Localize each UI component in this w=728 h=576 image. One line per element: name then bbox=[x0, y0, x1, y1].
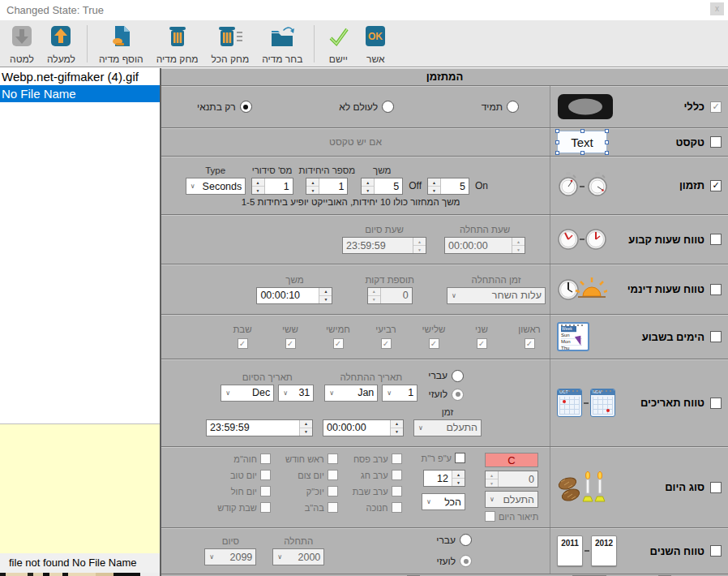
tuesday-checkbox[interactable] bbox=[429, 338, 439, 349]
years-gregorian-option[interactable]: לועזי bbox=[436, 555, 472, 567]
duration-caption: משך bbox=[373, 165, 391, 175]
day-desc-option[interactable]: תיאור היום bbox=[485, 511, 538, 522]
scheduler-panel: המתזמן כללי תמיד לעולם לא bbox=[160, 68, 728, 576]
years-hebrew-option[interactable]: עברי bbox=[436, 534, 472, 546]
general-label: כללי bbox=[683, 101, 704, 113]
start-day-combo[interactable]: ∨1 bbox=[382, 385, 418, 402]
start-hour-field[interactable]: 00:00:00 ▲▼ bbox=[444, 237, 525, 254]
timing-checkbox[interactable] bbox=[710, 180, 722, 191]
date-range-checkbox[interactable] bbox=[710, 398, 722, 409]
check-chanukah[interactable]: חנוכה bbox=[366, 502, 401, 513]
end-year-combo[interactable]: ∨2099 bbox=[204, 548, 256, 565]
check-rosh-chodesh[interactable]: ראש חודש bbox=[285, 453, 338, 464]
check-shabbat-kodesh[interactable]: שבת קודש bbox=[217, 502, 271, 513]
dynamic-hours-checkbox[interactable] bbox=[710, 284, 722, 295]
years-range-checkbox[interactable] bbox=[710, 545, 722, 557]
date-start-time-field[interactable]: 00:00:00 ▲▼ bbox=[323, 419, 404, 436]
c-indicator-field[interactable]: C bbox=[485, 453, 538, 467]
toolbar-separator bbox=[87, 25, 88, 62]
move-down-button[interactable]: למטה bbox=[3, 21, 41, 67]
check-fast-day[interactable]: יום צום bbox=[298, 470, 338, 480]
end-month-combo[interactable]: ∨Dec bbox=[221, 385, 274, 402]
date-hebrew-option[interactable]: עברי bbox=[428, 370, 464, 382]
check-erev-chag[interactable]: ערב חג bbox=[361, 470, 401, 480]
day-type-label: סוג היום bbox=[665, 481, 704, 493]
fixed-hours-checkbox[interactable] bbox=[710, 234, 722, 245]
units-caption: מספר היחידות bbox=[299, 165, 356, 175]
start-month-combo[interactable]: ∨Jan bbox=[324, 385, 378, 402]
conditional-label: רק בתנאי bbox=[197, 101, 236, 113]
ignore-combo[interactable]: ∨התעלם bbox=[485, 491, 538, 508]
option-always[interactable]: תמיד bbox=[482, 101, 519, 113]
date-hebrew-radio[interactable] bbox=[452, 370, 464, 382]
apply-button[interactable]: יישם bbox=[319, 21, 357, 67]
date-range-label: טווח תאריכים bbox=[640, 397, 704, 409]
minutes-offset-spinner[interactable]: ▲▼ 0 bbox=[367, 287, 413, 304]
check-weekday[interactable]: יום חול bbox=[231, 486, 271, 496]
day-type-checkbox[interactable] bbox=[710, 482, 722, 493]
years-gregorian-radio[interactable] bbox=[460, 555, 472, 567]
option-conditional[interactable]: רק בתנאי bbox=[197, 101, 252, 113]
file-list[interactable]: Webp.net-gifmaker (4).gif No File Name bbox=[0, 68, 160, 423]
row-fixed-hours: טווח שעות קבוע שעת התחלה 00:00:00 ▲▼ bbox=[161, 215, 728, 264]
check-behab[interactable]: בה"ב bbox=[305, 502, 338, 513]
never-radio[interactable] bbox=[382, 101, 394, 113]
end-hour-field[interactable]: 23:59:59 ▲▼ bbox=[342, 237, 426, 254]
confirm-button[interactable]: OK אשר bbox=[357, 21, 394, 67]
monday-checkbox[interactable] bbox=[477, 338, 487, 349]
conditional-radio[interactable] bbox=[240, 101, 252, 113]
day-thursday: חמישי bbox=[324, 325, 352, 349]
off-duration-spinner[interactable]: ▲▼ 5 bbox=[361, 178, 403, 195]
sunset-option[interactable]: ע"פ ר"ת bbox=[422, 453, 465, 463]
c-number-spinner[interactable]: ▲▼ 0 bbox=[485, 471, 538, 488]
row-dynamic-hours: טווח שעות דינמי זמן ההתחלה ∨ עלות השחר bbox=[161, 264, 728, 315]
time-mode-combo[interactable]: ∨התעלם bbox=[413, 419, 482, 436]
text-selection-icon: Text bbox=[557, 131, 607, 153]
friday-checkbox[interactable] bbox=[285, 338, 296, 349]
type-combo[interactable]: ∨ Seconds bbox=[186, 178, 246, 195]
chevron-down-icon: ∨ bbox=[383, 389, 396, 397]
check-yom-kippur[interactable]: יוכ"ק bbox=[306, 486, 338, 496]
week-days-checkbox[interactable] bbox=[710, 331, 722, 342]
move-up-button[interactable]: למעלה bbox=[41, 21, 82, 67]
start-year-combo[interactable]: ∨2000 bbox=[272, 548, 324, 565]
check-erev-shabbat[interactable]: ערב שבת bbox=[353, 486, 402, 496]
day-desc-checkbox[interactable] bbox=[485, 511, 495, 522]
date-end-time-field[interactable]: 23:59:59 ▲▼ bbox=[206, 419, 313, 436]
status-bar: file not found No File Name bbox=[0, 553, 160, 573]
option-never[interactable]: לעולם לא bbox=[339, 101, 394, 113]
dynamic-duration-field[interactable]: 00:00:10 ▲▼ bbox=[256, 287, 332, 304]
check-erev-pesach[interactable]: ערב פסח bbox=[353, 453, 402, 464]
hour-spinner[interactable]: 12 ▲▼ bbox=[423, 470, 465, 487]
units-spinner[interactable]: ▲▼ 1 bbox=[306, 178, 348, 195]
years-hebrew-radio[interactable] bbox=[460, 534, 472, 546]
sunday-checkbox[interactable] bbox=[525, 338, 535, 349]
saturday-checkbox[interactable] bbox=[238, 338, 248, 349]
thursday-checkbox[interactable] bbox=[333, 338, 344, 349]
delete-media-button[interactable]: מחק מדיה bbox=[150, 21, 205, 67]
file-list-item[interactable]: Webp.net-gifmaker (4).gif bbox=[0, 68, 160, 85]
serial-spinner[interactable]: ▲▼ 1 bbox=[251, 178, 293, 195]
dynamic-start-combo[interactable]: ∨ עלות השחר bbox=[447, 287, 546, 304]
on-duration-spinner[interactable]: ▲▼ 5 bbox=[427, 178, 469, 195]
dynamic-start-caption: זמן ההתחלה bbox=[472, 275, 521, 285]
text-checkbox[interactable] bbox=[710, 136, 722, 148]
wednesday-checkbox[interactable] bbox=[381, 338, 392, 349]
date-gregorian-radio[interactable] bbox=[452, 389, 464, 401]
delete-all-button[interactable]: מחק הכל bbox=[205, 21, 256, 67]
all-combo[interactable]: ∨הכל bbox=[422, 493, 465, 510]
date-gregorian-option[interactable]: לועזי bbox=[428, 389, 464, 401]
check-chol-hamoed[interactable]: חוה"מ bbox=[233, 453, 271, 464]
sunset-checkbox[interactable] bbox=[455, 453, 465, 463]
add-media-button[interactable]: הוסף מדיה bbox=[92, 21, 150, 67]
minutes-offset-caption: תוספת דקות bbox=[365, 275, 414, 285]
file-list-item-selected[interactable]: No File Name bbox=[0, 85, 160, 102]
close-button[interactable]: x bbox=[710, 2, 724, 15]
general-checkbox[interactable] bbox=[710, 101, 722, 113]
end-day-combo[interactable]: ∨31 bbox=[278, 385, 314, 402]
week-calendar-icon: Week Sun Mon Thu bbox=[557, 322, 589, 351]
chevron-down-icon: ∨ bbox=[221, 389, 234, 397]
check-yom-tov[interactable]: יום טוב bbox=[230, 470, 271, 480]
always-radio[interactable] bbox=[507, 101, 519, 113]
choose-media-button[interactable]: בחר מדיה bbox=[255, 21, 309, 67]
